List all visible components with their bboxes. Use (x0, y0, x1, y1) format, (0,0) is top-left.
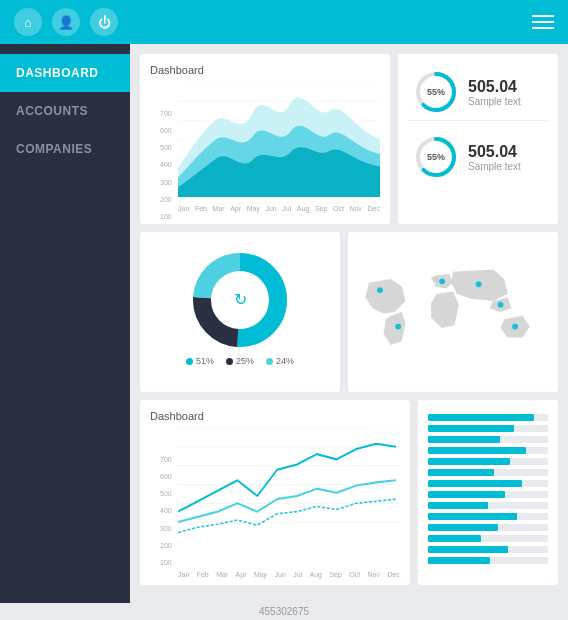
hbar-row (428, 513, 548, 520)
legend-item-1: 51% (186, 356, 214, 366)
hbar-row (428, 502, 548, 509)
area-chart-svg (178, 82, 380, 197)
stats-card: 55% 505.04 Sample text (398, 54, 558, 224)
area-chart-y-labels: 700600500400300200100 (160, 110, 172, 220)
area-chart-title: Dashboard (150, 64, 380, 76)
stat-label-1: Sample text (468, 96, 521, 107)
home-icon[interactable]: ⌂ (14, 8, 42, 36)
line-chart-svg (178, 428, 400, 543)
svg-point-21 (512, 324, 518, 330)
stat-row-2: 55% 505.04 Sample text (408, 129, 548, 185)
hbar-row (428, 491, 548, 498)
area-chart-card: Dashboard 700600500400300200100 (140, 54, 390, 224)
row2: ↻ 51% 25% 24% (140, 232, 558, 392)
hbar-container (428, 414, 548, 564)
row1: Dashboard 700600500400300200100 (140, 54, 558, 224)
legend-dot-1 (186, 358, 193, 365)
stat-label-2: Sample text (468, 161, 521, 172)
row3: Dashboard 700600500400300200100 (140, 400, 558, 585)
svg-point-18 (476, 281, 482, 287)
area-chart-x-labels: JanFebMarAprMayJunJulAugSepOctNovDec (178, 205, 380, 212)
circle-progress-1: 55% (414, 70, 458, 114)
donut-card: ↻ 51% 25% 24% (140, 232, 340, 392)
hbar-row (428, 414, 548, 421)
main-layout: DASHBOARD ACCOUNTS COMPANIES Dashboard (0, 44, 568, 603)
hbar-row (428, 425, 548, 432)
line-chart-y-labels: 700600500400300200100 (160, 456, 172, 566)
hamburger-menu[interactable] (532, 15, 554, 29)
hbar-chart-card (418, 400, 558, 585)
header-icons: ⌂ 👤 ⏻ (14, 8, 118, 36)
header: ⌂ 👤 ⏻ (0, 0, 568, 44)
svg-point-19 (498, 302, 504, 308)
svg-point-16 (377, 287, 383, 293)
hbar-row (428, 557, 548, 564)
circle-progress-2: 55% (414, 135, 458, 179)
content-area: Dashboard 700600500400300200100 (130, 44, 568, 603)
hbar-row (428, 480, 548, 487)
sidebar-item-companies[interactable]: COMPANIES (0, 130, 130, 168)
svg-text:↻: ↻ (234, 291, 247, 308)
stat-info-2: 505.04 Sample text (468, 143, 521, 172)
sidebar-item-accounts[interactable]: ACCOUNTS (0, 92, 130, 130)
legend-item-3: 24% (266, 356, 294, 366)
svg-point-17 (439, 278, 445, 284)
stat-value-1: 505.04 (468, 78, 521, 96)
power-icon[interactable]: ⏻ (90, 8, 118, 36)
stat-value-2: 505.04 (468, 143, 521, 161)
hbar-row (428, 469, 548, 476)
donut-legend: 51% 25% 24% (186, 356, 294, 366)
line-chart-card: Dashboard 700600500400300200100 (140, 400, 410, 585)
hbar-row (428, 447, 548, 454)
line-chart-x-labels: JanFebMarAprMayJunJulAugSepOctNovDec (178, 571, 400, 578)
donut-chart-svg: ↻ (180, 242, 300, 352)
line-chart-title: Dashboard (150, 410, 400, 422)
world-map-card (348, 232, 558, 392)
hbar-row (428, 535, 548, 542)
svg-point-20 (395, 324, 401, 330)
legend-dot-3 (266, 358, 273, 365)
hbar-row (428, 524, 548, 531)
hbar-row (428, 458, 548, 465)
sidebar-item-dashboard[interactable]: DASHBOARD (0, 54, 130, 92)
legend-dot-2 (226, 358, 233, 365)
stat-info-1: 505.04 Sample text (468, 78, 521, 107)
stat-row-1: 55% 505.04 Sample text (408, 64, 548, 121)
user-icon[interactable]: 👤 (52, 8, 80, 36)
legend-item-2: 25% (226, 356, 254, 366)
sidebar: DASHBOARD ACCOUNTS COMPANIES (0, 44, 130, 603)
watermark: 455302675 (0, 603, 568, 620)
hbar-row (428, 546, 548, 553)
world-map-svg (358, 242, 548, 382)
hbar-row (428, 436, 548, 443)
app-container: ⌂ 👤 ⏻ DASHBOARD ACCOUNTS COMPANIES (0, 0, 568, 620)
